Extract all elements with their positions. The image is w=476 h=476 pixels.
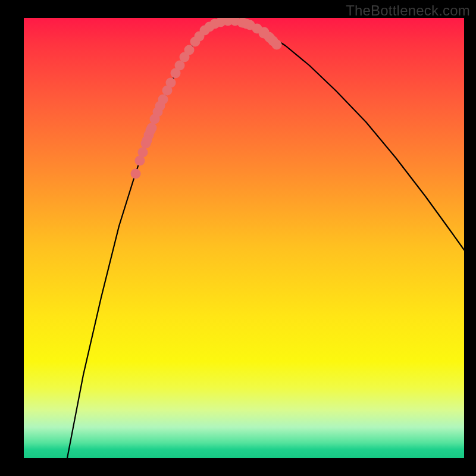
marker-dot <box>166 78 176 88</box>
curve-svg <box>24 18 464 458</box>
marker-dot <box>147 123 157 133</box>
marker-dot <box>184 45 195 55</box>
marker-dot <box>138 148 148 158</box>
marker-dot <box>158 95 168 105</box>
plot-area <box>24 18 464 458</box>
marker-dot <box>131 169 141 179</box>
marker-dots <box>131 18 282 179</box>
marker-dot <box>142 136 152 146</box>
bottleneck-curve <box>67 21 464 458</box>
chart-frame: TheBottleneck.com <box>0 0 476 476</box>
watermark-text: TheBottleneck.com <box>346 2 470 19</box>
marker-dot <box>268 36 278 46</box>
marker-dot <box>242 19 252 29</box>
